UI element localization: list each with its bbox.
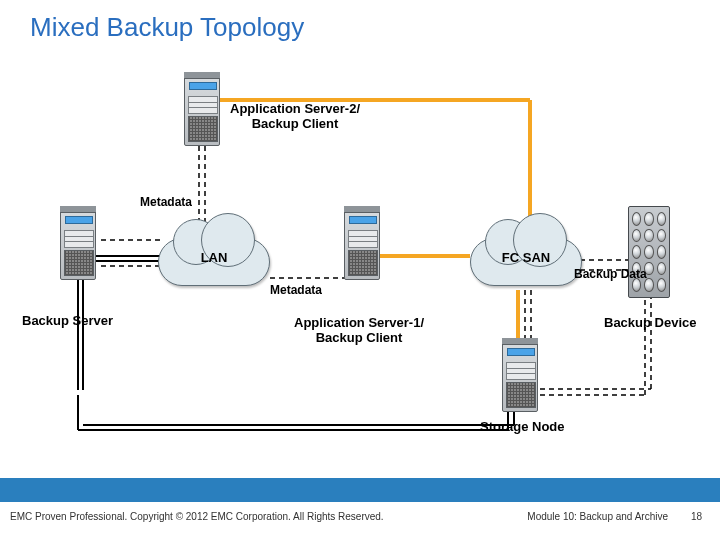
backup-server-node [60, 206, 96, 280]
lan-cloud: LAN [158, 238, 270, 286]
metadata-top-label: Metadata [140, 196, 192, 210]
backup-server-label: Backup Server [22, 314, 113, 329]
storage-node [502, 338, 538, 412]
app-server-2 [184, 72, 220, 146]
fcsan-label: FC SAN [470, 250, 582, 265]
app-server-1 [344, 206, 380, 280]
footer-bar [0, 478, 720, 502]
footer-copyright: EMC Proven Professional. Copyright © 201… [10, 511, 384, 522]
app-server-1-label: Application Server-1/ Backup Client [294, 316, 424, 346]
lan-label: LAN [158, 250, 270, 265]
backup-device-label: Backup Device [604, 316, 697, 331]
slide-number: 18 [691, 511, 702, 522]
backup-device [628, 206, 670, 298]
fcsan-cloud: FC SAN [470, 238, 582, 286]
backup-data-label: Backup Data [574, 268, 647, 282]
slide-title: Mixed Backup Topology [30, 12, 304, 43]
metadata-mid-label: Metadata [270, 284, 322, 298]
storage-node-label: Storage Node [480, 420, 565, 435]
app-server-2-label: Application Server-2/ Backup Client [230, 102, 360, 132]
footer-module: Module 10: Backup and Archive [527, 511, 668, 522]
